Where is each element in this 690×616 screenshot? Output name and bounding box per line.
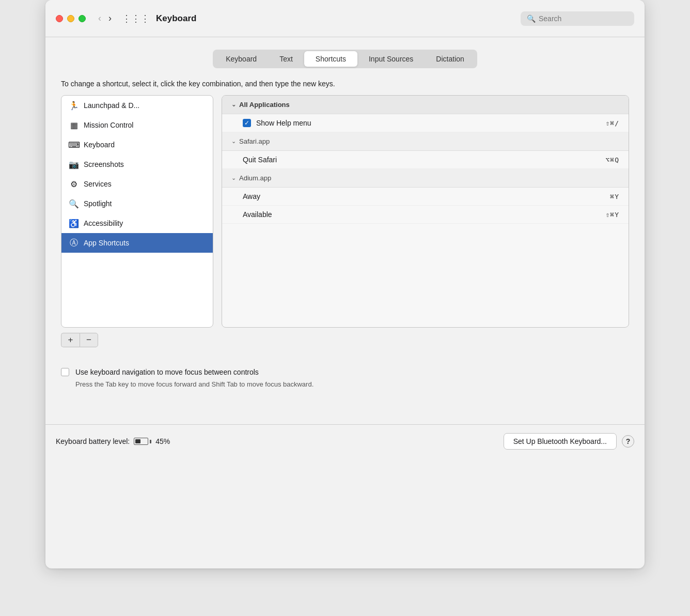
- battery-body: [134, 438, 148, 445]
- tab-keyboard[interactable]: Keyboard: [214, 51, 268, 67]
- all-apps-label: All Applications: [239, 101, 290, 109]
- sidebar: 🏃 Launchpad & D... ▦ Mission Control ⌨ K…: [61, 95, 213, 328]
- battery-icon: [134, 438, 151, 445]
- checkbox-show-help[interactable]: ✓: [243, 119, 251, 127]
- kb-nav-label: Use keyboard navigation to move focus be…: [75, 368, 259, 376]
- section-header-adium: ⌄ Adium.app: [222, 169, 629, 188]
- sidebar-item-keyboard[interactable]: ⌨ Keyboard: [61, 135, 213, 155]
- accessibility-icon: ♿: [69, 218, 79, 228]
- shortcut-show-help-menu[interactable]: ✓ Show Help menu ⇧⌘/: [222, 114, 629, 132]
- tab-text[interactable]: Text: [268, 51, 304, 67]
- kb-nav-row: Use keyboard navigation to move focus be…: [61, 368, 629, 376]
- battery-fill: [135, 439, 140, 443]
- shortcut-key-show-help: ⇧⌘/: [606, 119, 619, 127]
- sidebar-item-label-launchpad: Launchpad & D...: [84, 101, 139, 110]
- shortcut-key-quit-safari: ⌥⌘Q: [606, 156, 619, 164]
- shortcut-quit-safari[interactable]: Quit Safari ⌥⌘Q: [222, 151, 629, 169]
- sidebar-item-label-app-shortcuts: App Shortcuts: [84, 239, 129, 247]
- sidebar-item-services[interactable]: ⚙ Services: [61, 174, 213, 194]
- tab-dictation[interactable]: Dictation: [425, 51, 475, 67]
- close-button[interactable]: [56, 15, 63, 22]
- main-window: ‹ › ⋮⋮⋮ Keyboard 🔍 Keyboard Text Shortcu…: [45, 0, 645, 568]
- status-bar: Keyboard battery level: 45% Set Up Bluet…: [45, 424, 645, 459]
- tab-bar: Keyboard Text Shortcuts Input Sources Di…: [213, 50, 477, 68]
- shortcut-label-available: Available: [243, 210, 272, 219]
- sidebar-item-spotlight[interactable]: 🔍 Spotlight: [61, 194, 213, 213]
- shortcut-key-available: ⇧⌘Y: [606, 211, 619, 219]
- titlebar: ‹ › ⋮⋮⋮ Keyboard 🔍: [45, 0, 645, 37]
- services-icon: ⚙: [69, 179, 79, 189]
- status-right: Set Up Bluetooth Keyboard... ?: [504, 433, 634, 450]
- battery-tip: [150, 440, 151, 443]
- add-remove-buttons: + −: [61, 333, 629, 347]
- sidebar-item-label-keyboard: Keyboard: [84, 141, 115, 149]
- battery-label: Keyboard battery level:: [56, 437, 130, 445]
- app-shortcuts-icon: Ⓐ: [69, 238, 79, 248]
- shortcut-key-away: ⌘Y: [610, 193, 619, 201]
- window-title: Keyboard: [156, 13, 521, 24]
- sidebar-item-launchpad[interactable]: 🏃 Launchpad & D...: [61, 96, 213, 115]
- setup-bluetooth-button[interactable]: Set Up Bluetooth Keyboard...: [504, 433, 617, 450]
- battery-percent: 45%: [155, 437, 170, 445]
- chevron-safari: ⌄: [231, 138, 236, 145]
- app-grid-icon: ⋮⋮⋮: [122, 13, 150, 24]
- traffic-lights: [56, 15, 86, 22]
- help-button[interactable]: ?: [622, 435, 634, 448]
- sidebar-item-label-spotlight: Spotlight: [84, 199, 112, 208]
- sidebar-item-label-services: Services: [84, 180, 112, 188]
- chevron-adium: ⌄: [231, 175, 236, 181]
- battery-area: Keyboard battery level: 45%: [56, 437, 170, 445]
- forward-button[interactable]: ›: [106, 12, 114, 25]
- kb-nav-checkbox[interactable]: [61, 368, 69, 376]
- sidebar-item-mission-control[interactable]: ▦ Mission Control: [61, 115, 213, 135]
- kb-nav-sub: Press the Tab key to move focus forward …: [75, 380, 629, 388]
- back-button[interactable]: ‹: [96, 12, 103, 25]
- search-icon: 🔍: [527, 14, 536, 23]
- spotlight-icon: 🔍: [69, 198, 79, 209]
- instructions-text: To change a shortcut, select it, click t…: [61, 80, 629, 88]
- screenshots-icon: 📷: [69, 159, 79, 170]
- content-area: Keyboard Text Shortcuts Input Sources Di…: [45, 37, 645, 414]
- nav-buttons: ‹ ›: [96, 12, 114, 25]
- maximize-button[interactable]: [79, 15, 86, 22]
- sidebar-item-label-mission-control: Mission Control: [84, 121, 133, 129]
- safari-label: Safari.app: [239, 137, 270, 145]
- sidebar-item-screenshots[interactable]: 📷 Screenshots: [61, 155, 213, 174]
- search-input[interactable]: [539, 14, 628, 23]
- keyboard-icon: ⌨: [69, 140, 79, 150]
- remove-shortcut-button[interactable]: −: [80, 333, 98, 347]
- shortcut-away[interactable]: Away ⌘Y: [222, 188, 629, 206]
- sidebar-item-accessibility[interactable]: ♿ Accessibility: [61, 213, 213, 233]
- chevron-all-apps: ⌄: [231, 101, 236, 108]
- tabs-container: Keyboard Text Shortcuts Input Sources Di…: [61, 50, 629, 68]
- footer-controls: Use keyboard navigation to move focus be…: [61, 368, 629, 398]
- shortcut-label-quit-safari: Quit Safari: [243, 156, 277, 164]
- sidebar-item-label-screenshots: Screenshots: [84, 160, 124, 168]
- tab-input-sources[interactable]: Input Sources: [357, 51, 425, 67]
- search-bar[interactable]: 🔍: [521, 11, 634, 26]
- section-header-all-apps: ⌄ All Applications: [222, 96, 629, 114]
- main-panel: 🏃 Launchpad & D... ▦ Mission Control ⌨ K…: [61, 95, 629, 328]
- shortcut-label-away: Away: [243, 192, 260, 201]
- adium-label: Adium.app: [239, 174, 271, 182]
- mission-control-icon: ▦: [69, 120, 79, 130]
- sidebar-item-label-accessibility: Accessibility: [84, 219, 123, 227]
- shortcut-label-show-help: Show Help menu: [256, 119, 311, 127]
- right-panel: ⌄ All Applications ✓ Show Help menu ⇧⌘/ …: [222, 95, 629, 328]
- section-header-safari: ⌄ Safari.app: [222, 132, 629, 151]
- checkmark-icon: ✓: [244, 119, 249, 127]
- launchpad-icon: 🏃: [69, 100, 79, 111]
- tab-shortcuts[interactable]: Shortcuts: [304, 51, 357, 67]
- minimize-button[interactable]: [67, 15, 74, 22]
- shortcut-available[interactable]: Available ⇧⌘Y: [222, 206, 629, 224]
- sidebar-item-app-shortcuts[interactable]: Ⓐ App Shortcuts: [61, 233, 213, 253]
- add-shortcut-button[interactable]: +: [61, 333, 80, 347]
